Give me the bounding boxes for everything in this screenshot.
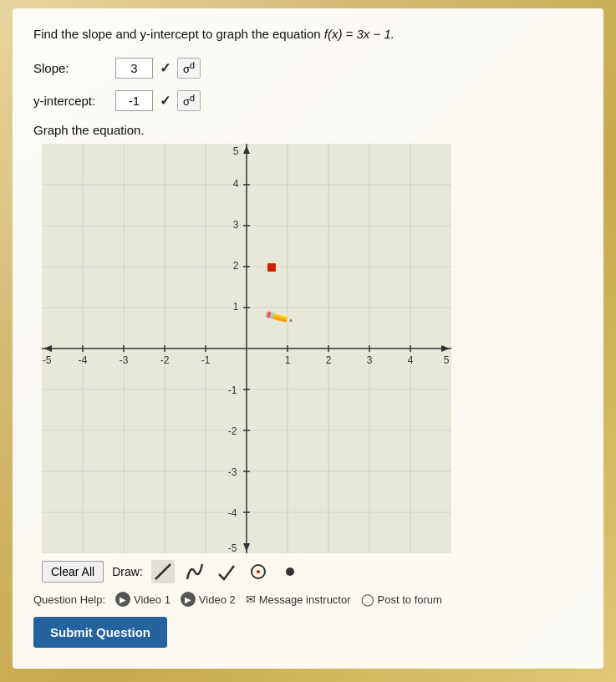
- coordinate-grid[interactable]: -5 -4 -3 -2 -1 1 2 3 4 5 5 4 3 2 1 -1 -2…: [42, 144, 451, 553]
- question-text: Find the slope and y-intercept to graph …: [33, 25, 583, 43]
- slope-check: ✓: [160, 60, 171, 76]
- slope-label: Slope:: [33, 61, 109, 75]
- svg-text:-4: -4: [228, 507, 237, 519]
- post-to-forum-link[interactable]: ◯ Post to forum: [361, 593, 442, 606]
- main-container: Find the slope and y-intercept to graph …: [13, 8, 603, 669]
- equation-text: f(x) = 3x − 1.: [324, 27, 395, 41]
- forum-icon: ◯: [361, 593, 374, 606]
- video1-link[interactable]: ▶ Video 1: [115, 592, 171, 607]
- svg-rect-59: [267, 263, 276, 272]
- message-icon: ✉: [246, 593, 256, 606]
- slope-sigma-btn[interactable]: σd: [177, 58, 201, 78]
- svg-text:-1: -1: [228, 384, 237, 396]
- y-intercept-input[interactable]: -1: [115, 90, 153, 111]
- svg-text:5: 5: [233, 145, 239, 157]
- svg-text:-2: -2: [228, 425, 237, 437]
- svg-text:-3: -3: [120, 354, 129, 366]
- help-label: Question Help:: [33, 593, 105, 606]
- circle-tool-icon[interactable]: [247, 560, 270, 583]
- slope-row: Slope: 3 ✓ σd: [33, 58, 583, 79]
- post-to-forum-label: Post to forum: [378, 593, 442, 606]
- svg-text:3: 3: [367, 354, 373, 366]
- video2-link[interactable]: ▶ Video 2: [181, 592, 236, 607]
- svg-text:4: 4: [408, 354, 414, 366]
- graph-area[interactable]: -5 -4 -3 -2 -1 1 2 3 4 5 5 4 3 2 1 -1 -2…: [42, 144, 451, 553]
- message-instructor-label: Message instructor: [259, 593, 351, 606]
- svg-text:-3: -3: [228, 466, 237, 478]
- svg-point-63: [286, 567, 294, 576]
- video2-icon: ▶: [181, 592, 196, 607]
- slope-input[interactable]: 3: [115, 58, 153, 79]
- svg-text:2: 2: [233, 260, 239, 272]
- clear-all-button[interactable]: Clear All: [42, 561, 104, 583]
- video1-icon: ▶: [115, 592, 130, 607]
- dot-tool-icon[interactable]: [278, 560, 302, 583]
- line-tool-icon[interactable]: [151, 560, 175, 583]
- svg-text:-4: -4: [79, 354, 88, 366]
- y-intercept-label: y-intercept:: [33, 94, 109, 108]
- svg-text:-5: -5: [43, 354, 52, 366]
- svg-text:5: 5: [444, 354, 450, 366]
- question-help: Question Help: ▶ Video 1 ▶ Video 2 ✉ Mes…: [33, 592, 583, 607]
- svg-text:-2: -2: [160, 354, 170, 366]
- video2-label: Video 2: [199, 593, 236, 606]
- draw-label: Draw:: [112, 565, 143, 578]
- y-intercept-row: y-intercept: -1 ✓ σd: [33, 90, 583, 111]
- question-prompt: Find the slope and y-intercept to graph …: [33, 27, 321, 41]
- y-intercept-sigma-btn[interactable]: σd: [177, 90, 201, 110]
- svg-text:2: 2: [326, 354, 332, 366]
- y-intercept-check: ✓: [160, 93, 171, 109]
- svg-point-62: [257, 570, 260, 573]
- video1-label: Video 1: [134, 593, 171, 606]
- toolbar: Clear All Draw:: [42, 560, 583, 583]
- curve-tool-icon[interactable]: [183, 560, 206, 583]
- svg-line-60: [155, 564, 171, 579]
- svg-text:-5: -5: [228, 542, 237, 553]
- svg-text:3: 3: [233, 219, 239, 231]
- message-instructor-link[interactable]: ✉ Message instructor: [246, 593, 351, 606]
- svg-text:1: 1: [233, 301, 239, 313]
- graph-label: Graph the equation.: [33, 123, 583, 137]
- checkline-tool-icon[interactable]: [215, 560, 238, 583]
- svg-text:4: 4: [233, 178, 239, 190]
- svg-text:-1: -1: [201, 354, 211, 366]
- svg-text:1: 1: [285, 354, 291, 366]
- submit-question-button[interactable]: Submit Question: [33, 617, 167, 648]
